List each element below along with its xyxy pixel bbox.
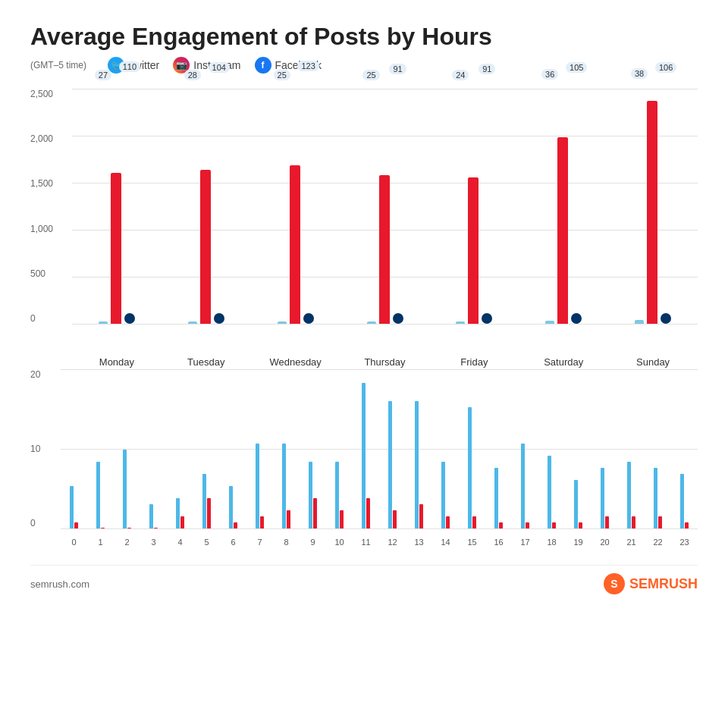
- hour-label: 20: [600, 538, 609, 547]
- hour-bars-inner: [601, 369, 609, 528]
- semrush-logo: S SEMRUSH: [604, 573, 698, 594]
- hour-red-bar: [499, 522, 503, 528]
- hour-red-bar: [260, 516, 264, 528]
- facebook-value-label: 105: [566, 62, 587, 73]
- hour-col: 21: [618, 369, 645, 551]
- hour-bars-inner: [70, 369, 78, 528]
- hour-bars-inner: [362, 369, 370, 528]
- hour-label: 10: [334, 538, 344, 547]
- hour-red-bar: [526, 522, 529, 528]
- twitter-bar: [545, 321, 554, 324]
- hour-y-axis: 01020: [30, 369, 40, 528]
- hour-red-bar: [579, 522, 582, 528]
- hour-col: 9: [300, 369, 326, 551]
- bar-group: 281,639104Tuesday: [162, 89, 251, 346]
- instagram-bar-col: 1,555: [468, 89, 479, 324]
- instagram-bar: [468, 177, 479, 324]
- hour-bars-inner: [680, 369, 689, 528]
- day-label: Tuesday: [187, 356, 224, 368]
- hour-bars-inner: [96, 369, 105, 528]
- hour-blue-bar: [494, 468, 498, 528]
- facebook-bar-col: 123: [303, 89, 314, 324]
- twitter-bar-col: 25: [278, 89, 287, 324]
- hour-red-bar: [101, 528, 105, 528]
- hour-blue-bar: [574, 480, 578, 528]
- instagram-bar: [557, 137, 568, 324]
- instagram-bar-col: 1,980: [557, 89, 568, 324]
- facebook-value-label: 91: [479, 64, 495, 74]
- facebook-dot: [571, 313, 582, 324]
- hour-col: 14: [432, 369, 459, 551]
- hour-bars-inner: [574, 369, 582, 528]
- bar-group: 361,980105Saturday: [519, 89, 608, 346]
- hour-chart-section: 01020 0123456789101112131415161718192021…: [30, 369, 698, 551]
- hour-y-label: 0: [30, 518, 40, 528]
- hour-col: 2: [114, 369, 140, 551]
- twitter-bar-col: 38: [635, 89, 644, 324]
- hour-red-bar: [313, 498, 317, 528]
- hour-blue-bar: [680, 474, 684, 528]
- hour-bars-inner: [468, 369, 476, 528]
- twitter-bar-col: 28: [188, 89, 197, 324]
- day-label: Wednesday: [269, 356, 321, 368]
- bar-y-label: 2,500: [30, 89, 53, 99]
- bar-group-inner: 251,689123: [278, 89, 314, 324]
- hour-blue-bar: [654, 468, 657, 528]
- bar-group-inner: 241,55591: [456, 89, 492, 324]
- bar-chart-section: 05001,0001,5002,0002,500 271,607110Monda…: [30, 89, 698, 346]
- hour-bars-inner: [415, 369, 423, 528]
- hour-blue-bar: [70, 486, 74, 528]
- facebook-bar-col: 105: [571, 89, 582, 324]
- hour-col: 5: [193, 369, 220, 551]
- hour-blue-bar: [415, 401, 419, 528]
- twitter-bar-col: 36: [545, 89, 554, 324]
- hour-red-bar: [366, 498, 370, 528]
- hour-red-bar: [472, 516, 476, 528]
- hour-blue-bar: [282, 444, 286, 528]
- hour-blue-bar: [309, 462, 312, 528]
- hour-label: 17: [520, 538, 529, 547]
- hour-red-bar: [154, 528, 158, 528]
- hour-col: 16: [485, 369, 512, 551]
- bar-y-label: 0: [30, 313, 53, 324]
- hour-red-bar: [287, 510, 290, 528]
- hour-col: 11: [353, 369, 379, 551]
- twitter-bar-col: 25: [367, 89, 376, 324]
- hour-col: 1: [87, 369, 114, 551]
- hour-label: 23: [679, 538, 689, 547]
- facebook-dot: [393, 313, 403, 324]
- hour-blue-bar: [441, 462, 445, 528]
- hour-bars-inner: [176, 369, 184, 528]
- bar-y-label: 2,000: [30, 133, 53, 144]
- facebook-dot: [124, 313, 135, 324]
- facebook-bar-col: 110: [124, 89, 135, 324]
- hour-label: 6: [231, 538, 235, 547]
- twitter-value-label: 25: [274, 70, 290, 80]
- hour-label: 2: [124, 538, 129, 547]
- hour-bars-inner: [282, 369, 290, 528]
- hour-label: 5: [204, 538, 209, 547]
- instagram-bar: [290, 165, 300, 324]
- hour-bars-inner: [441, 369, 450, 528]
- bar-group-inner: 382,371106: [635, 89, 671, 324]
- hour-label: 4: [177, 538, 182, 547]
- instagram-bar: [111, 173, 121, 324]
- facebook-bar-col: 104: [214, 89, 224, 324]
- hour-blue-bar: [149, 504, 153, 528]
- hour-blue-bar: [96, 462, 100, 528]
- twitter-bar: [278, 321, 287, 324]
- hour-y-label: 10: [30, 444, 40, 454]
- bar-group: 251,58291Thursday: [340, 89, 430, 346]
- hour-bars-inner: [494, 369, 503, 528]
- hour-red-bar: [180, 516, 184, 528]
- hour-col: 0: [61, 369, 87, 551]
- hour-label: 8: [284, 538, 288, 547]
- bar-group: 271,607110Monday: [72, 89, 162, 346]
- hour-red-bar: [127, 528, 131, 528]
- hour-col: 3: [140, 369, 167, 551]
- bar-y-label: 500: [30, 268, 53, 279]
- twitter-value-label: 27: [95, 70, 111, 80]
- hour-red-bar: [632, 516, 635, 528]
- hour-col: 13: [406, 369, 432, 551]
- hour-blue-bar: [601, 468, 604, 528]
